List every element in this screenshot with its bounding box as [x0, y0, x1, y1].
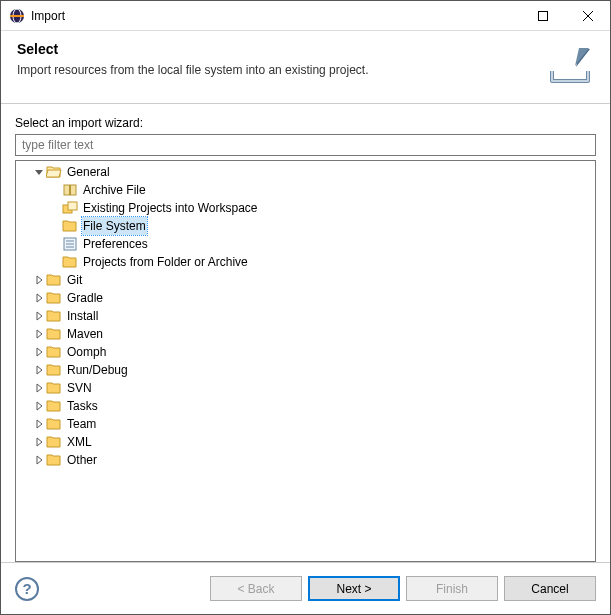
svg-rect-9 — [68, 202, 77, 210]
wizard-body: Select an import wizard: GeneralArchive … — [1, 104, 610, 562]
tree-item-label: Install — [66, 307, 99, 325]
tree-item-label: Team — [66, 415, 97, 433]
twisty-closed-icon[interactable] — [32, 455, 46, 465]
wizard-header: Select Import resources from the local f… — [1, 31, 610, 104]
filter-input[interactable] — [15, 134, 596, 156]
folder-icon — [62, 254, 78, 270]
folder-icon — [46, 308, 62, 324]
svg-rect-7 — [69, 185, 71, 195]
import-tree[interactable]: GeneralArchive FileExisting Projects int… — [16, 163, 595, 469]
twisty-closed-icon[interactable] — [32, 275, 46, 285]
twisty-closed-icon[interactable] — [32, 365, 46, 375]
tree-item-label: Git — [66, 271, 83, 289]
tree-item[interactable]: Projects from Folder or Archive — [16, 253, 595, 271]
window-title: Import — [31, 9, 520, 23]
folder-icon — [46, 416, 62, 432]
tree-container[interactable]: GeneralArchive FileExisting Projects int… — [15, 160, 596, 562]
tree-item[interactable]: Archive File — [16, 181, 595, 199]
tree-item-label: Other — [66, 451, 98, 469]
tree-item-label: Archive File — [82, 181, 147, 199]
tree-item-label: Existing Projects into Workspace — [82, 199, 259, 217]
folder-icon — [46, 452, 62, 468]
folder-icon — [46, 380, 62, 396]
page-description: Import resources from the local file sys… — [17, 63, 536, 77]
folder-icon — [46, 398, 62, 414]
tree-item-label: Run/Debug — [66, 361, 129, 379]
next-button[interactable]: Next > — [308, 576, 400, 601]
folder-icon — [46, 362, 62, 378]
wizard-select-label: Select an import wizard: — [15, 116, 596, 130]
app-icon — [9, 8, 25, 24]
folder-icon — [46, 272, 62, 288]
tree-item[interactable]: Team — [16, 415, 595, 433]
prefs-icon — [62, 236, 78, 252]
tree-item[interactable]: Preferences — [16, 235, 595, 253]
title-bar: Import — [1, 1, 610, 31]
tree-item-label: Gradle — [66, 289, 104, 307]
tree-item[interactable]: Run/Debug — [16, 361, 595, 379]
archive-icon — [62, 182, 78, 198]
twisty-closed-icon[interactable] — [32, 419, 46, 429]
tree-item[interactable]: File System — [16, 217, 595, 235]
folder-icon — [46, 326, 62, 342]
tree-item[interactable]: XML — [16, 433, 595, 451]
tree-item[interactable]: Install — [16, 307, 595, 325]
tree-item[interactable]: SVN — [16, 379, 595, 397]
finish-button: Finish — [406, 576, 498, 601]
tree-item[interactable]: Maven — [16, 325, 595, 343]
twisty-closed-icon[interactable] — [32, 293, 46, 303]
page-title: Select — [17, 41, 536, 57]
back-button: < Back — [210, 576, 302, 601]
twisty-open-icon[interactable] — [32, 167, 46, 177]
tree-item[interactable]: Oomph — [16, 343, 595, 361]
twisty-closed-icon[interactable] — [32, 437, 46, 447]
tree-item[interactable]: Tasks — [16, 397, 595, 415]
maximize-button[interactable] — [520, 1, 565, 30]
folder-icon — [46, 434, 62, 450]
tree-item-label: General — [66, 163, 111, 181]
tree-item[interactable]: Git — [16, 271, 595, 289]
wizard-footer: ? < Back Next > Finish Cancel — [1, 562, 610, 614]
tree-item-label: Oomph — [66, 343, 107, 361]
folder-icon — [46, 344, 62, 360]
tree-item-label: Tasks — [66, 397, 99, 415]
tree-item-label: Preferences — [82, 235, 149, 253]
twisty-closed-icon[interactable] — [32, 329, 46, 339]
folder-icon — [62, 218, 78, 234]
svg-rect-2 — [10, 15, 24, 17]
twisty-closed-icon[interactable] — [32, 401, 46, 411]
twisty-closed-icon[interactable] — [32, 383, 46, 393]
help-button[interactable]: ? — [15, 577, 39, 601]
tree-item-label: File System — [82, 217, 147, 235]
cancel-button[interactable]: Cancel — [504, 576, 596, 601]
twisty-closed-icon[interactable] — [32, 347, 46, 357]
tree-item[interactable]: Other — [16, 451, 595, 469]
folder-icon — [46, 290, 62, 306]
folder-open-icon — [46, 164, 62, 180]
tree-item-label: Projects from Folder or Archive — [82, 253, 249, 271]
tree-item-label: XML — [66, 433, 93, 451]
tree-item-label: Maven — [66, 325, 104, 343]
svg-rect-3 — [538, 11, 547, 20]
projects-icon — [62, 200, 78, 216]
close-button[interactable] — [565, 1, 610, 30]
tree-item[interactable]: Existing Projects into Workspace — [16, 199, 595, 217]
tree-item[interactable]: General — [16, 163, 595, 181]
tree-item-label: SVN — [66, 379, 93, 397]
import-icon — [546, 41, 594, 89]
twisty-closed-icon[interactable] — [32, 311, 46, 321]
tree-item[interactable]: Gradle — [16, 289, 595, 307]
